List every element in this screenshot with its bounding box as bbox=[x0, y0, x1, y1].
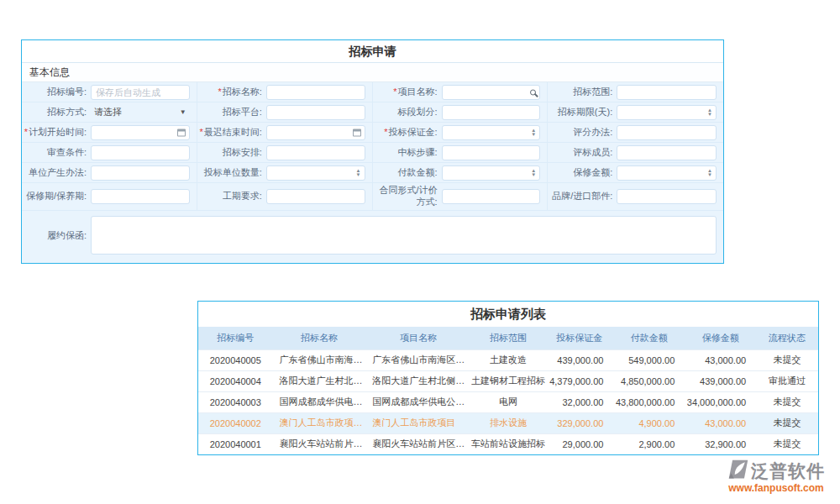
bidder-count-label: 投标单位数量: bbox=[197, 167, 266, 179]
calendar-icon[interactable] bbox=[177, 129, 186, 136]
cell-bid-name[interactable]: 洛阳大道广生村北侧锦绣... bbox=[273, 370, 366, 391]
cell-project-name[interactable]: 襄阳火车站站前片区基础... bbox=[365, 433, 470, 454]
form-field-section-division: 标段划分: bbox=[373, 102, 549, 123]
cell-bid-name[interactable]: 襄阳火车站站前片区基础... bbox=[273, 433, 366, 454]
column-header-7: 保修金额 bbox=[685, 327, 756, 349]
payment-amount-label: 付款金额: bbox=[373, 167, 442, 179]
cell-bid-name[interactable]: 澳门人工岛市政项目排水... bbox=[273, 412, 366, 433]
cell-bid-scope: 土建改造 bbox=[471, 349, 546, 370]
latest-end-time-input[interactable] bbox=[266, 125, 365, 140]
evaluation-members-control bbox=[617, 144, 723, 160]
form-grid: 招标编号:*招标名称:*项目名称:招标范围:招标方式:请选择▼招标平台:标段划分… bbox=[22, 82, 723, 211]
bid-platform-control bbox=[266, 104, 372, 120]
cell-project-name[interactable]: 洛阳大道广生村北侧锦绣... bbox=[365, 370, 470, 391]
required-asterisk: * bbox=[24, 127, 28, 137]
table-header-row: 招标编号招标名称项目名称招标范围投标保证金付款金额保修金额流程状态 bbox=[198, 327, 818, 349]
number-stepper-icon[interactable]: ▲▼ bbox=[707, 169, 712, 177]
bid-name-input[interactable] bbox=[266, 85, 365, 100]
cell-bid-number[interactable]: 2020040003 bbox=[198, 391, 273, 412]
project-name-label: *项目名称: bbox=[373, 87, 442, 98]
contract-form-pricing-label: 合同形式/计价方式: bbox=[373, 185, 442, 208]
section-division-input[interactable] bbox=[442, 105, 541, 120]
cell-process-status[interactable]: 未提交 bbox=[756, 433, 818, 454]
bid-arrangement-input[interactable] bbox=[266, 145, 365, 160]
cell-bid-number[interactable]: 2020040002 bbox=[198, 412, 273, 433]
bid-method-label: 招标方式: bbox=[22, 107, 91, 118]
planned-start-time-input[interactable] bbox=[91, 125, 190, 140]
cell-bid-number[interactable]: 2020040005 bbox=[198, 349, 273, 370]
schedule-requirement-control bbox=[266, 188, 372, 204]
number-stepper-icon[interactable]: ▲▼ bbox=[707, 108, 712, 117]
column-header-6: 付款金额 bbox=[613, 327, 685, 349]
brand-imported-parts-input[interactable] bbox=[617, 189, 717, 204]
cell-bid-name[interactable]: 广东省佛山市南海区洛府... bbox=[273, 349, 366, 370]
table-row[interactable]: 2020040001襄阳火车站站前片区基础...襄阳火车站站前片区基础...车站… bbox=[198, 433, 818, 454]
cell-project-name[interactable]: 国网成都成华供电公司南... bbox=[365, 391, 470, 412]
payment-amount-input[interactable] bbox=[442, 165, 541, 181]
evaluation-members-input[interactable] bbox=[617, 145, 717, 160]
form-field-bid-period-days: 招标期限(天):▲▼ bbox=[548, 102, 723, 123]
contract-form-pricing-input[interactable] bbox=[442, 189, 541, 204]
warranty-amount-input[interactable] bbox=[617, 165, 717, 181]
bid-method-select[interactable]: 请选择▼ bbox=[91, 105, 190, 120]
column-header-1: 招标编号 bbox=[198, 327, 273, 349]
number-stepper-icon[interactable]: ▲▼ bbox=[531, 169, 536, 177]
bid-scope-input[interactable] bbox=[617, 85, 717, 100]
cell-process-status[interactable]: 未提交 bbox=[756, 349, 818, 370]
bid-number-input[interactable] bbox=[91, 85, 190, 100]
cell-payment-amount: 4,850,000.00 bbox=[613, 370, 685, 391]
table-row[interactable]: 2020040003国网成都成华供电公司南...国网成都成华供电公司南...电网… bbox=[198, 391, 818, 412]
cell-process-status[interactable]: 未提交 bbox=[756, 412, 818, 433]
bidder-count-input[interactable] bbox=[266, 165, 365, 181]
planned-start-time-label: *计划开始时间: bbox=[22, 127, 91, 139]
cell-project-name[interactable]: 澳门人工岛市政项目 bbox=[365, 412, 470, 433]
bid-period-days-control: ▲▼ bbox=[617, 104, 723, 120]
cell-bid-deposit: 32,000.00 bbox=[545, 391, 613, 412]
scoring-method-label: 评分办法: bbox=[548, 127, 617, 139]
contract-form-pricing-control bbox=[442, 188, 548, 204]
schedule-requirement-label: 工期要求: bbox=[197, 191, 266, 202]
bid-method-selected-value: 请选择 bbox=[94, 106, 122, 118]
warranty-period-label: 保修期/保养期: bbox=[22, 191, 91, 202]
unit-generation-method-input[interactable] bbox=[91, 165, 190, 181]
cell-process-status[interactable]: 审批通过 bbox=[756, 370, 818, 391]
cell-warranty-amount: 439,000.00 bbox=[685, 370, 756, 391]
cell-project-name[interactable]: 广东省佛山市南海区洛府... bbox=[365, 349, 470, 370]
table-row[interactable]: 2020040005广东省佛山市南海区洛府...广东省佛山市南海区洛府...土建… bbox=[198, 349, 818, 370]
cell-bid-deposit: 439,000.00 bbox=[545, 349, 613, 370]
form-field-evaluation-members: 评标成员: bbox=[548, 143, 723, 163]
form-field-project-name: *项目名称: bbox=[373, 82, 549, 102]
table-title: 招标申请列表 bbox=[198, 302, 818, 327]
performance-guarantee-input[interactable] bbox=[91, 216, 717, 255]
cell-bid-number[interactable]: 2020040001 bbox=[198, 433, 273, 454]
table-row[interactable]: 2020040002澳门人工岛市政项目排水...澳门人工岛市政项目排水设施329… bbox=[198, 412, 818, 433]
award-steps-input[interactable] bbox=[442, 145, 541, 160]
warranty-period-input[interactable] bbox=[91, 189, 190, 204]
scoring-method-input[interactable] bbox=[617, 125, 717, 140]
award-steps-control bbox=[442, 144, 548, 160]
number-stepper-icon[interactable]: ▲▼ bbox=[531, 129, 536, 137]
bid-period-days-input[interactable] bbox=[617, 105, 717, 120]
cell-bid-scope: 土建钢材工程招标 bbox=[471, 370, 546, 391]
required-asterisk: * bbox=[393, 87, 396, 97]
bid-number-control bbox=[91, 84, 197, 100]
schedule-requirement-input[interactable] bbox=[266, 189, 365, 204]
bid-deposit-input[interactable] bbox=[442, 125, 541, 140]
review-conditions-label: 审查条件: bbox=[22, 147, 91, 159]
required-asterisk: * bbox=[199, 127, 202, 137]
table-row[interactable]: 2020040004洛阳大道广生村北侧锦绣...洛阳大道广生村北侧锦绣...土建… bbox=[198, 370, 818, 391]
unit-generation-method-control bbox=[91, 165, 197, 181]
brand-imported-parts-control bbox=[617, 188, 723, 204]
cell-bid-name[interactable]: 国网成都成华供电公司南... bbox=[273, 391, 366, 412]
number-stepper-icon[interactable]: ▲▼ bbox=[356, 169, 361, 177]
form-field-bid-method: 招标方式:请选择▼ bbox=[22, 102, 197, 123]
review-conditions-input[interactable] bbox=[91, 145, 190, 160]
bid-platform-input[interactable] bbox=[266, 105, 365, 120]
search-icon[interactable] bbox=[530, 89, 536, 95]
performance-guarantee-row: 履约保函: bbox=[22, 211, 723, 263]
cell-process-status[interactable]: 未提交 bbox=[756, 391, 818, 412]
project-name-input[interactable] bbox=[442, 85, 541, 100]
calendar-icon[interactable] bbox=[353, 129, 361, 136]
form-field-bid-platform: 招标平台: bbox=[197, 102, 373, 123]
cell-bid-number[interactable]: 2020040004 bbox=[198, 370, 273, 391]
